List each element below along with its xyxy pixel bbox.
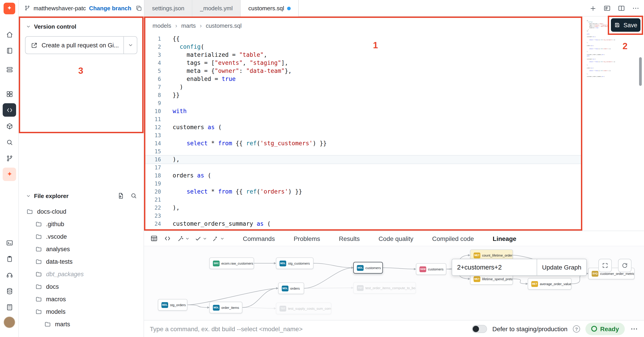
search-icon[interactable] [130,192,137,199]
save-button[interactable]: Save [611,18,640,32]
folder-icon [35,283,42,290]
file-tree-item-dbt_packages[interactable]: dbt_packages [19,268,144,280]
file-tree-item-.vscode[interactable]: .vscode [19,230,144,243]
panel-list-icon[interactable] [603,4,611,12]
notebook-icon[interactable] [3,44,16,57]
more-actions-icon[interactable] [630,325,638,333]
code-line: 1{{ [144,35,582,43]
lineage-node-customers[interactable]: SEMcustomers [416,263,446,275]
user-avatar-icon[interactable] [4,317,15,328]
folder-icon [35,221,42,227]
minimap[interactable]: {{ config( materialized = "table", tags … [587,20,636,228]
lineage-node-orders[interactable]: MDLorders [278,283,304,294]
fix-tool[interactable] [212,235,224,242]
lineage-node-order_items[interactable]: MDLorder_items [209,302,242,313]
help-icon[interactable]: ? [573,325,580,332]
lineage-search-input[interactable] [452,259,537,276]
file-tree-item-data-tests[interactable]: data-tests [19,255,144,268]
apps-icon[interactable] [3,87,16,101]
breadcrumb-item[interactable]: marts [181,22,196,29]
support-icon[interactable] [3,268,16,282]
lineage-node-stg_customers[interactable]: MDLstg_customers [276,258,314,269]
split-panel-icon[interactable] [618,4,625,12]
file-tree-item-models[interactable]: models [19,305,144,318]
pr-dropdown-caret[interactable] [124,37,137,54]
scrollbar-thumb[interactable] [639,57,642,86]
code-line: 21 [144,196,582,204]
refresh-graph-button[interactable] [618,259,632,272]
status-badge[interactable]: Ready [586,323,625,335]
copy-branch-icon[interactable] [135,5,142,11]
file-explorer-title: File explorer [34,192,69,199]
lineage-node-test_order_items_compute_to_book_correctly[interactable]: TSTtest_order_items_compute_to_book_corr… [353,282,416,294]
file-tree-item-docs-cloud[interactable]: docs-cloud [19,205,144,218]
folder-icon [35,308,42,315]
new-file-icon[interactable] [117,192,124,199]
chevron-down-icon [185,236,190,241]
calculator-icon[interactable] [3,300,16,314]
code-line [587,38,636,39]
lineage-node-average_order_value[interactable]: METaverage_order_value [528,278,572,290]
cube-icon[interactable] [3,119,16,133]
version-control-header[interactable]: Version control [19,16,144,34]
node-type-badge: SEM [420,266,426,272]
topbar-actions [590,0,640,16]
format-tool[interactable] [177,235,190,242]
wand-icon [177,235,184,242]
results-table-icon[interactable] [150,235,158,242]
dbt-cloud-icon[interactable] [3,168,16,181]
fullscreen-button[interactable] [598,259,612,272]
code-line: 23 [144,212,582,220]
tasks-icon[interactable] [3,252,16,266]
node-type-badge: MDL [357,265,364,271]
change-branch-link[interactable]: Change branch [89,5,131,11]
code-editor[interactable]: 1{{2 config(3 materialized = "table",4 t… [144,35,582,228]
tab-_models.yml[interactable]: _models.yml [192,0,241,16]
lineage-canvas[interactable]: Update Graph SRCecom.raw_customersMDLstg… [144,246,644,320]
tab-settings.json[interactable]: settings.json [144,0,192,16]
home-icon[interactable] [3,28,16,41]
warehouse-icon[interactable] [3,63,16,76]
chevron-down-icon[interactable] [26,24,31,29]
lint-tool[interactable] [194,235,207,242]
code-editor-icon[interactable] [3,103,16,117]
file-tree-item-analyses[interactable]: analyses [19,243,144,255]
lineage-node-customers[interactable]: MDLcustomers [353,262,383,274]
code-line: 10with [144,107,582,115]
audit-search-icon[interactable] [3,135,16,149]
dbt-logo-icon[interactable] [4,3,15,14]
file-tree-item-marts[interactable]: marts [19,318,144,330]
file-explorer-header[interactable]: File explorer [19,184,144,203]
lineage-node-stg_orders[interactable]: MDLstg_orders [158,299,188,311]
file-tree-item-macros[interactable]: macros [19,293,144,305]
chevron-down-icon[interactable] [26,193,31,198]
panel-tab-compiled-code[interactable]: Compiled code [432,235,474,242]
breadcrumb-item[interactable]: customers.sql [206,22,242,29]
update-graph-button[interactable]: Update Graph [537,259,587,276]
tab-customers.sql[interactable]: customers.sql [240,0,299,16]
panel-tab-problems[interactable]: Problems [294,235,320,242]
defer-toggle[interactable] [472,325,487,333]
code-view-icon[interactable] [164,235,171,242]
breadcrumb-item[interactable]: models [152,22,171,29]
panel-tab-code-quality[interactable]: Code quality [378,235,414,242]
new-tab-icon[interactable] [590,5,596,12]
line-number: 18 [144,172,161,180]
file-tree-item-docs[interactable]: docs [19,280,144,293]
create-pr-button[interactable]: Create a pull request on Gi... [25,36,137,54]
terminal-icon[interactable] [3,236,16,249]
panel-tab-results[interactable]: Results [339,235,360,242]
git-workflow-icon[interactable] [3,152,16,165]
command-input[interactable] [150,325,400,332]
file-tree-item-.github[interactable]: .github [19,218,144,230]
storage-icon[interactable] [3,284,16,298]
branch-widget[interactable]: matthewshaver-patc Change branch [19,5,142,11]
lineage-node-test_supply_costs_sum_correctly[interactable]: TSTtest_supply_costs_sum_correctly [276,303,332,314]
lineage-node-ecom.raw_customers[interactable]: SRCecom.raw_customers [209,258,254,269]
panel-tab-lineage[interactable]: Lineage [492,235,516,242]
line-number: 11 [144,115,161,123]
more-options-icon[interactable] [632,4,640,12]
node-label: average_order_value [540,282,572,286]
panel-tab-commands[interactable]: Commands [243,235,275,242]
line-number: 7 [144,83,161,91]
